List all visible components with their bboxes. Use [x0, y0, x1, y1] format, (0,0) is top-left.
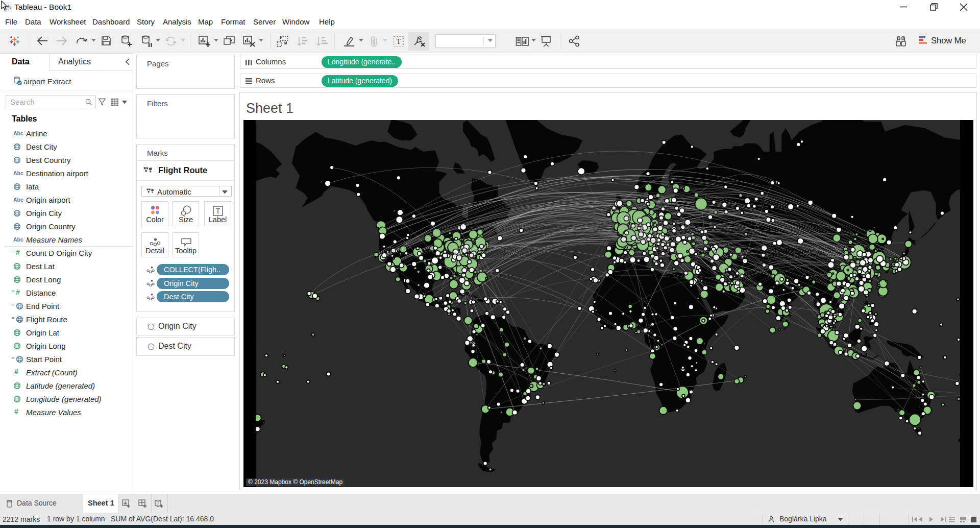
svg-text:T: T: [216, 207, 220, 215]
svg-text:T: T: [397, 38, 401, 45]
